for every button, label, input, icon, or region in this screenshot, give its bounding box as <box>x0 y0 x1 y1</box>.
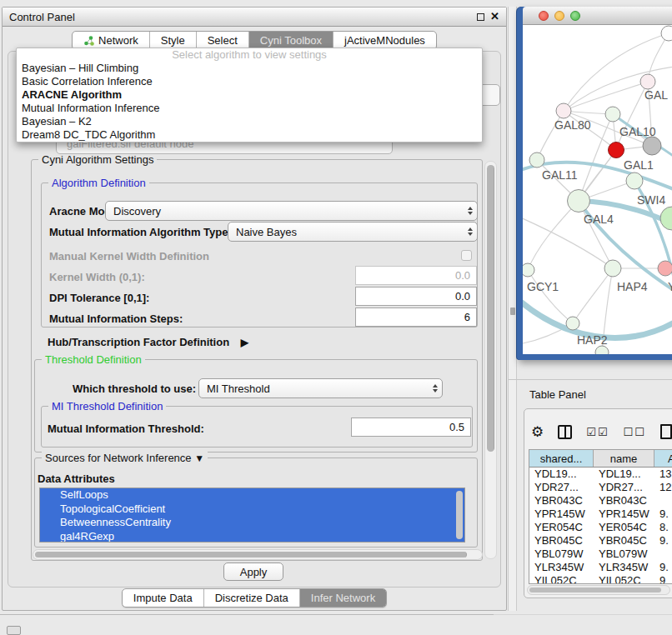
algorithm-dropdown-popup: Select algorithm to view settings Bayesi… <box>16 48 483 142</box>
dpi-tolerance-label: DPI Tolerance [0,1]: <box>49 292 149 304</box>
network-node-gal11[interactable] <box>529 152 544 168</box>
tab-network[interactable]: Network <box>73 32 150 49</box>
network-node-gal80[interactable] <box>556 103 571 118</box>
control-panel-titlebar[interactable]: Control Panel ✕ <box>3 8 506 27</box>
list-scrollbar-thumb[interactable] <box>456 491 463 539</box>
network-window-titlebar[interactable] <box>523 7 672 25</box>
algorithm-option[interactable]: Basic Correlation Inference <box>17 75 482 88</box>
control-panel-window: Control Panel ✕ Network Style Select C <box>2 7 507 611</box>
table-row[interactable]: YLR345WYLR345W9. <box>529 561 672 574</box>
tab-cyni-toolbox[interactable]: Cyni Toolbox <box>249 32 333 49</box>
network-node-salmon[interactable] <box>658 261 672 276</box>
table-panel-divider <box>509 379 672 380</box>
aracne-mode-combobox[interactable]: Discovery <box>105 201 478 221</box>
dpi-tolerance-field[interactable]: 0.0 <box>355 287 477 306</box>
algorithm-option[interactable]: Bayesian – Hill Climbing <box>17 62 482 75</box>
table-row[interactable]: YPR145WYPR145W9. <box>529 508 672 521</box>
kernel-width-value: 0.0 <box>455 269 470 282</box>
table-row[interactable]: YBR045CYBR045C9. <box>529 534 672 548</box>
zoom-traffic-light-icon[interactable] <box>570 11 580 21</box>
table-row[interactable]: YER054CYER054C8. <box>529 521 672 534</box>
list-item[interactable]: SelfLoops <box>40 488 464 502</box>
splitter-grip[interactable] <box>510 308 515 315</box>
list-item[interactable]: gal4RGexp <box>40 530 464 543</box>
mi-algorithm-type-combobox[interactable]: Naive Bayes <box>228 222 478 242</box>
algorithm-option[interactable]: Mutual Information Inference <box>17 102 482 115</box>
tab-style[interactable]: Style <box>150 32 197 49</box>
tab-jactivemnodules-label: jActiveMNodules <box>344 34 425 47</box>
network-node[interactable] <box>595 346 609 354</box>
column-header-shared-name[interactable]: shared... <box>529 450 594 467</box>
document-icon[interactable] <box>660 424 672 439</box>
network-node-gcy1[interactable] <box>523 263 534 277</box>
algorithm-option[interactable]: Bayesian – K2 <box>17 115 482 128</box>
table-row[interactable]: YDL19...YDL19...13 <box>529 468 672 481</box>
apply-button[interactable]: Apply <box>223 562 283 581</box>
node-label: Y <box>668 280 672 293</box>
mi-threshold-field[interactable]: 0.5 <box>351 418 471 437</box>
minimize-traffic-light-icon[interactable] <box>554 11 564 21</box>
aracne-mode-value: Discovery <box>113 205 161 218</box>
float-window-icon[interactable] <box>477 13 484 21</box>
node-label: GAL1 <box>624 158 654 172</box>
collapsed-panel-button[interactable] <box>7 626 21 635</box>
network-node-green-large[interactable] <box>660 207 672 230</box>
table-row[interactable]: YIL052CYIL052C9 <box>529 574 672 584</box>
network-node-gal4[interactable] <box>568 190 590 212</box>
columns-icon[interactable] <box>558 425 572 439</box>
data-attributes-list[interactable]: SelfLoops TopologicalCoefficient Between… <box>39 488 465 542</box>
algorithm-option[interactable]: Dream8 DC_TDC Algorithm <box>17 128 482 142</box>
network-node-hap2[interactable] <box>566 317 579 330</box>
tab-select[interactable]: Select <box>197 32 249 49</box>
list-item[interactable]: BetweennessCentrality <box>40 516 464 530</box>
threshold-definition-title: Threshold Definition <box>42 353 145 366</box>
tab-network-label: Network <box>98 34 138 47</box>
list-item[interactable]: TopologicalCoefficient <box>40 502 464 517</box>
unchecked-checkboxes-icon[interactable]: ☐☐ <box>624 426 646 438</box>
tab-impute-data[interactable]: Impute Data <box>123 589 204 607</box>
network-node-gal10[interactable] <box>605 107 620 122</box>
close-traffic-light-icon[interactable] <box>539 11 549 21</box>
mi-steps-field[interactable]: 6 <box>355 308 477 327</box>
data-attributes-label: Data Attributes <box>38 472 115 485</box>
settings-horizontal-scrollbar[interactable] <box>33 549 483 560</box>
settings-vertical-scrollbar[interactable] <box>484 161 497 559</box>
network-node-gal1-red[interactable] <box>609 142 624 158</box>
node-label: HAP4 <box>617 280 648 293</box>
gear-icon[interactable]: ⚙ <box>531 425 544 439</box>
tab-discretize-data-label: Discretize Data <box>215 592 288 604</box>
table-row[interactable]: YBL079WYBL079W <box>529 548 672 561</box>
network-node[interactable] <box>640 74 655 89</box>
network-node-swi4[interactable] <box>626 172 643 189</box>
close-icon[interactable]: ✕ <box>490 10 499 22</box>
network-node[interactable] <box>661 26 672 41</box>
collapse-down-icon: ▼ <box>194 452 204 464</box>
dpi-tolerance-value: 0.0 <box>455 290 470 302</box>
checked-checkboxes-icon[interactable]: ☑☑ <box>586 426 609 438</box>
table-horizontal-scrollbar[interactable] <box>527 585 670 595</box>
mi-algorithm-type-label: Mutual Information Algorithm Type: <box>49 226 232 238</box>
screen: Control Panel ✕ Network Style Select C <box>0 0 672 635</box>
network-node-hap4[interactable] <box>604 260 621 277</box>
hub-tf-definition-toggle[interactable]: Hub/Transcription Factor Definition ▶ <box>48 336 248 348</box>
sources-toggle[interactable]: Sources for Network Inference ▼ <box>42 452 208 464</box>
tab-impute-data-label: Impute Data <box>133 592 193 604</box>
column-header-name[interactable]: name <box>594 450 654 467</box>
algorithm-definition-title: Algorithm Definition <box>48 177 149 189</box>
tab-discretize-data[interactable]: Discretize Data <box>204 589 300 607</box>
network-view-window[interactable]: GAL GAL80 GAL10 GAL1 GAL11 SWI4 GAL4 GCY… <box>517 7 672 360</box>
algorithm-option-selected[interactable]: ARACNE Algorithm <box>17 88 482 102</box>
table-row[interactable]: YBR043CYBR043C <box>529 494 672 508</box>
tab-infer-network[interactable]: Infer Network <box>300 589 386 607</box>
tab-cyni-toolbox-label: Cyni Toolbox <box>260 34 322 47</box>
tab-jactivemnodules[interactable]: jActiveMNodules <box>333 32 436 49</box>
which-threshold-value: MI Threshold <box>207 382 270 395</box>
kernel-width-field[interactable]: 0.0 <box>355 266 477 285</box>
column-header-partial[interactable]: A <box>654 450 672 467</box>
which-threshold-combobox[interactable]: MI Threshold <box>198 378 443 398</box>
network-node-gray[interactable] <box>643 137 661 155</box>
network-canvas[interactable]: GAL GAL80 GAL10 GAL1 GAL11 SWI4 GAL4 GCY… <box>523 25 672 354</box>
table-row[interactable]: YDR27...YDR27...12 <box>529 481 672 494</box>
manual-kernel-checkbox[interactable] <box>461 250 472 261</box>
node-table[interactable]: shared... name A YDL19...YDL19...13 YDR2… <box>529 449 672 584</box>
